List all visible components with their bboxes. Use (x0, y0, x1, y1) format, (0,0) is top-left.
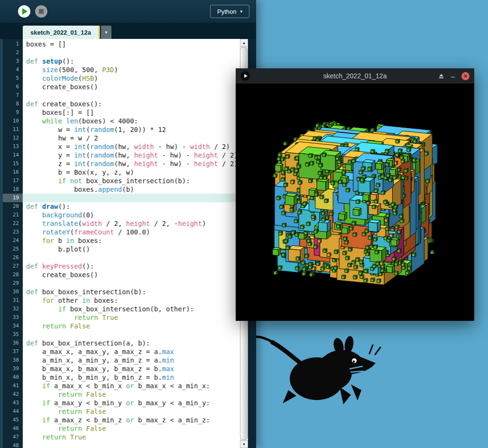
code-line[interactable]: create_boxes() (26, 83, 240, 91)
code-line[interactable] (26, 330, 240, 339)
code-line[interactable]: boxes.append(b) (26, 185, 240, 194)
chevron-down-icon: ▾ (240, 9, 242, 14)
scroll-down-button[interactable]: ▼ (240, 440, 248, 448)
code-line[interactable] (26, 91, 240, 100)
code-line[interactable]: return False (26, 322, 240, 330)
code-line[interactable]: def setup(): (26, 57, 240, 65)
code-line[interactable]: if a_max_y < b_min_y or b_max_y < a_min_… (26, 399, 240, 407)
arrow-up-icon: ▲ (242, 41, 246, 45)
close-button[interactable]: ✕ (461, 72, 470, 80)
code-line[interactable]: b_min_x, b_min_y, b_min_z = b.min (26, 373, 240, 382)
code-line[interactable]: x = int(random(hw, width - hw) - width /… (26, 142, 240, 151)
window-controls: – ✕ (438, 72, 474, 80)
code-line[interactable]: a_min_x, a_min_y, a_min_z = a.min (26, 356, 240, 364)
code-line[interactable]: a_max_x, a_max_y, a_max_z = a.max (26, 347, 240, 356)
mode-selector-button[interactable]: Python ▾ (210, 5, 249, 18)
gutter: 1234567891011121314151617181920212223242… (0, 39, 23, 448)
tab-bar: sketch_2022_01_12a ▼ (0, 23, 256, 39)
arrow-down-icon: ▼ (242, 442, 246, 447)
code-line[interactable]: return True (26, 433, 240, 441)
code-line[interactable]: return True (26, 313, 240, 322)
code-line[interactable]: translate(width / 2, height / 2, -height… (26, 219, 240, 228)
editor-area: 1234567891011121314151617181920212223242… (0, 39, 248, 448)
code-line[interactable]: rotateY(frameCount / 100.0) (26, 228, 240, 236)
code-line[interactable] (26, 253, 240, 262)
processing-app-icon (240, 71, 250, 81)
code-line[interactable]: if box_box_intersection(b, other): (26, 305, 240, 313)
tab-sketch[interactable]: sketch_2022_01_12a (23, 26, 100, 39)
run-button[interactable] (18, 5, 30, 18)
code-line[interactable]: def draw(): (26, 202, 240, 211)
code-line[interactable] (26, 48, 240, 57)
code-line[interactable]: create_boxes() (26, 271, 240, 279)
tab-menu-button[interactable]: ▼ (101, 26, 111, 39)
code-line[interactable]: return False (26, 390, 240, 399)
mode-label: Python (217, 8, 236, 15)
code-line[interactable]: z = int(random(hw, height - hw) - height… (26, 159, 240, 168)
code-line[interactable]: b_max_x, b_max_y, b_max_z = b.max (26, 364, 240, 373)
scroll-up-button[interactable]: ▲ (240, 39, 248, 47)
code-line[interactable]: for b in boxes: (26, 236, 240, 245)
sketch-window: sketch_2022_01_12a – ✕ (236, 68, 474, 321)
code-line[interactable]: if a_max_z < b_min_z or b_max_z < a_min_… (26, 416, 240, 424)
code-line[interactable]: size(500, 500, P3D) (26, 65, 240, 74)
code-line[interactable]: colorMode(HSB) (26, 74, 240, 83)
code-line[interactable]: for other in boxes: (26, 296, 240, 305)
code-line[interactable]: def keyPressed(): (26, 262, 240, 271)
code-line[interactable]: y = int(random(hw, height - hw) - height… (26, 151, 240, 159)
code-line[interactable]: return False (26, 407, 240, 416)
code-lines[interactable]: boxes = [] def setup(): size(500, 500, P… (23, 39, 240, 448)
code-line[interactable]: b = Box(x, y, z, w) (26, 168, 240, 177)
stop-icon (39, 9, 44, 14)
code-line[interactable] (26, 279, 240, 288)
ide-window: Python ▾ sketch_2022_01_12a ▼ 1234567891… (0, 0, 256, 448)
tab-label: sketch_2022_01_12a (30, 29, 91, 36)
code-line[interactable]: boxes[:] = [] (26, 108, 240, 117)
code-line[interactable]: if a_max_x < b_min_x or b_max_x < a_min_… (26, 382, 240, 390)
code-line[interactable]: hw = w / 2 (26, 134, 240, 142)
code-line[interactable]: while len(boxes) < 4000: (26, 117, 240, 125)
code-line[interactable]: if not box_boxes_intersection(b): (26, 177, 240, 185)
minimize-icon: – (451, 73, 455, 80)
code-line[interactable]: def box_boxes_intersection(b): (26, 288, 240, 296)
maximize-icon (438, 74, 444, 79)
mouse-wallpaper-graphic (250, 324, 409, 416)
close-icon: ✕ (463, 74, 467, 79)
code-line[interactable]: return False (26, 424, 240, 433)
code-line[interactable]: def create_boxes(): (26, 100, 240, 108)
code-line[interactable]: def box_box_intersection(a, b): (26, 339, 240, 347)
code-line[interactable]: background(0) (26, 211, 240, 219)
sketch-canvas[interactable] (236, 84, 474, 321)
chevron-down-icon: ▼ (104, 30, 108, 35)
code-line[interactable] (26, 441, 240, 448)
sketch-titlebar[interactable]: sketch_2022_01_12a – ✕ (236, 68, 474, 84)
code-line[interactable]: boxes = [] (26, 40, 240, 48)
maximize-button[interactable] (438, 74, 444, 79)
code-line[interactable] (23, 194, 240, 202)
code-line[interactable]: b.plot() (26, 245, 240, 253)
ide-toolbar: Python ▾ (0, 0, 256, 23)
play-icon (22, 8, 28, 15)
minimize-button[interactable]: – (451, 73, 455, 80)
code-line[interactable]: w = int(random(1, 20)) * 12 (26, 125, 240, 134)
stop-button[interactable] (35, 5, 47, 18)
